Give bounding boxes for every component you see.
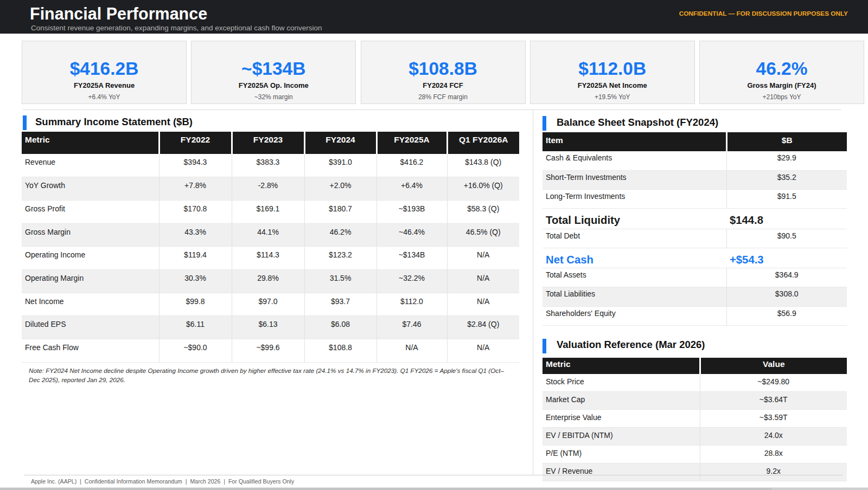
page-title: Financial Performance <box>30 4 207 23</box>
table-row: Gross Profit$170.8$169.1$180.7~$193B$58.… <box>22 200 519 223</box>
table-cell: 46.5% (Q) <box>447 223 519 247</box>
table-cell: P/E (NTM) <box>542 446 700 463</box>
scrollbar-thumb[interactable] <box>0 488 771 490</box>
table-cell: $170.8 <box>159 200 232 223</box>
page-subtitle: Consistent revenue generation, expanding… <box>31 24 322 32</box>
table-cell: Total Liquidity <box>542 209 726 229</box>
table-cell: +2.0% <box>304 177 376 201</box>
table-cell: Total Assets <box>542 268 726 287</box>
table-row: P/E (NTM)28.8x <box>542 446 847 463</box>
table-cell: $6.08 <box>304 316 376 339</box>
table-cell: 46.2% <box>304 223 376 247</box>
table-cell: Net Income <box>22 293 159 316</box>
table-cell: Cash & Equivalents <box>542 151 726 170</box>
column-header: FY2022 <box>159 132 232 154</box>
table-cell: ~$193B <box>376 200 447 223</box>
table-cell: $180.7 <box>304 200 376 223</box>
income-statement-title: Summary Income Statement ($B) <box>35 116 193 128</box>
table-cell: Operating Income <box>22 247 159 270</box>
table-cell: Enterprise Value <box>542 410 700 428</box>
table-cell: $169.1 <box>232 200 304 223</box>
table-cell: N/A <box>447 339 519 363</box>
table-row: Cash & Equivalents$29.9 <box>542 151 847 170</box>
kpi-card-3: $108.8BFY2024 FCF28% FCF margin <box>361 41 526 104</box>
table-row: Total Liquidity$144.8 <box>542 209 847 229</box>
table-cell: $6.11 <box>159 316 232 339</box>
table-cell: Diluted EPS <box>22 316 159 339</box>
footer-text: Apple Inc. (AAPL) | Confidential Informa… <box>31 478 294 485</box>
kpi-sub: 28% FCF margin <box>361 93 525 101</box>
table-cell: $364.9 <box>726 268 847 287</box>
table-cell: $112.0 <box>376 293 447 316</box>
kpi-card-2: ~$134BFY2025A Op. Income~32% margin <box>191 41 356 104</box>
table-cell: $58.3 (Q) <box>447 200 519 223</box>
kpi-card-1: $416.2BFY2025A Revenue+6.4% YoY <box>22 41 187 104</box>
table-cell: 28.8x <box>700 446 847 463</box>
table-cell: N/A <box>447 269 519 293</box>
table-cell: $90.5 <box>726 229 847 248</box>
table-cell: Net Cash <box>542 248 726 268</box>
table-cell: $123.2 <box>304 247 376 270</box>
table-cell: $29.9 <box>726 151 847 170</box>
income-table-header-row: MetricFY2022FY2023FY2024FY2025AQ1 FY2026… <box>22 132 519 154</box>
kpi-label: FY2025A Net Income <box>531 81 694 90</box>
kpi-sub: +19.5% YoY <box>531 93 694 101</box>
table-row: Net Cash+$54.3 <box>542 248 847 268</box>
table-cell: $308.0 <box>726 287 847 306</box>
table-cell: ~$249.80 <box>700 374 847 392</box>
table-row: Market Cap~$3.64T <box>542 392 847 410</box>
table-cell: $99.8 <box>159 293 232 316</box>
column-header: $B <box>726 132 847 151</box>
table-cell: +16.0% (Q) <box>447 177 519 201</box>
table-cell: ~$134B <box>376 247 447 270</box>
accent-bar-icon <box>542 116 546 131</box>
balance-sheet-header: Balance Sheet Snapshot (FY2024) <box>542 116 847 131</box>
table-cell: $119.4 <box>159 247 232 270</box>
table-row: Free Cash Flow~$90.0~$99.6$108.8N/AN/A <box>22 339 519 363</box>
kpi-card-5: 46.2%Gross Margin (FY24)+210bps YoY <box>699 41 864 104</box>
table-row: Net Income$99.8$97.0$93.7$112.0N/A <box>22 293 519 316</box>
table-cell: Short-Term Investments <box>542 170 726 189</box>
table-cell: $108.8 <box>304 339 376 363</box>
column-header: FY2023 <box>232 132 304 154</box>
table-row: Diluted EPS$6.11$6.13$6.08$7.46$2.84 (Q) <box>22 316 519 339</box>
table-row: Long-Term Investments$91.5 <box>542 189 847 208</box>
table-cell: $35.2 <box>726 170 847 189</box>
table-row: Operating Margin30.3%29.8%31.5%~32.2%N/A <box>22 269 519 293</box>
valuation-table-header-row: MetricValue <box>542 358 847 374</box>
kpi-label: FY2025A Revenue <box>22 81 186 90</box>
column-header: Q1 FY2026A <box>447 132 519 154</box>
balance-sheet-table: Item$B Cash & Equivalents$29.9Short-Term… <box>542 132 847 326</box>
table-cell: 30.3% <box>159 269 232 293</box>
table-cell: ~46.4% <box>376 223 447 247</box>
confidential-label: CONFIDENTIAL — FOR DISCUSSION PURPOSES O… <box>679 10 848 17</box>
table-cell: $7.46 <box>376 316 447 339</box>
balance-sheet-title: Balance Sheet Snapshot (FY2024) <box>557 117 718 128</box>
horizontal-scrollbar[interactable] <box>0 487 868 490</box>
vertical-divider <box>533 110 533 475</box>
income-statement-section: Summary Income Statement ($B) MetricFY20… <box>22 115 519 384</box>
kpi-label: Gross Margin (FY24) <box>700 81 864 90</box>
valuation-title: Valuation Reference (Mar 2026) <box>557 339 705 351</box>
kpi-value: $108.8B <box>361 61 525 77</box>
table-cell: $97.0 <box>232 293 304 316</box>
table-row: Short-Term Investments$35.2 <box>542 170 847 189</box>
table-cell: +6.4% <box>376 177 447 201</box>
table-cell: $93.7 <box>304 293 376 316</box>
kpi-label: FY2024 FCF <box>361 81 525 90</box>
kpi-card-4: $112.0BFY2025A Net Income+19.5% YoY <box>530 41 695 104</box>
table-cell: $6.13 <box>232 316 304 339</box>
table-cell: EV / EBITDA (NTM) <box>542 428 700 446</box>
table-cell: 31.5% <box>304 269 376 293</box>
table-cell: Stock Price <box>542 374 700 392</box>
table-cell: ~$3.59T <box>700 410 847 428</box>
valuation-header: Valuation Reference (Mar 2026) <box>542 339 847 353</box>
table-row: Total Assets$364.9 <box>542 268 847 287</box>
table-cell: 24.0x <box>700 428 847 446</box>
column-header: Metric <box>22 132 159 154</box>
table-cell: Gross Profit <box>22 200 159 223</box>
table-cell: Total Debt <box>542 229 726 248</box>
kpi-value: 46.2% <box>700 61 864 77</box>
table-cell: $114.3 <box>232 247 304 270</box>
table-cell: N/A <box>376 339 447 363</box>
